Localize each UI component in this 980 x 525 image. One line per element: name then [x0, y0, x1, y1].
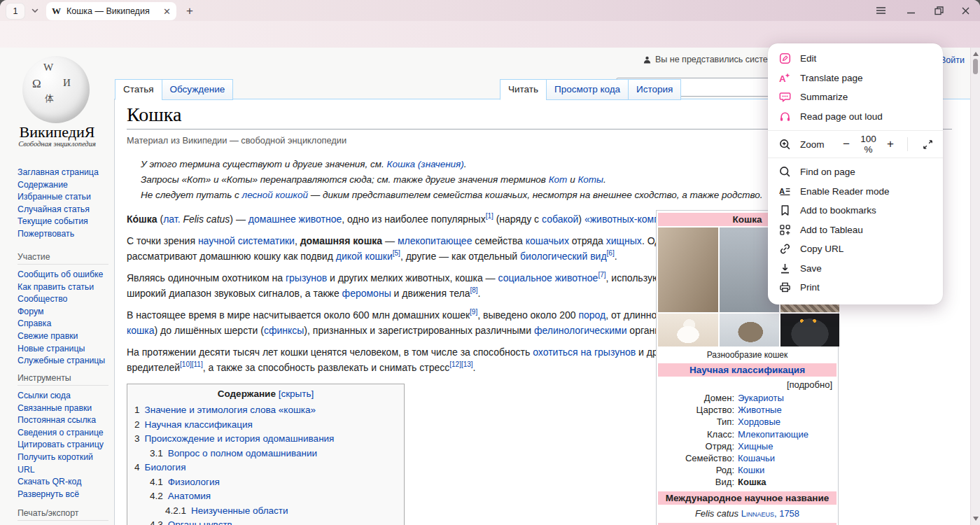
- tab-count-button[interactable]: 1: [6, 3, 25, 20]
- sidebar-link[interactable]: Ссылки сюда: [18, 390, 108, 402]
- taxon-link[interactable]: Кошачьи: [738, 452, 836, 464]
- restore-button[interactable]: [931, 5, 946, 16]
- taxon-link[interactable]: Хищные: [738, 440, 836, 452]
- tab-close-icon[interactable]: ✕: [163, 7, 171, 16]
- sidebar-link[interactable]: Пожертвовать: [18, 228, 108, 241]
- sidebar-link[interactable]: Скачать QR-код: [18, 476, 108, 489]
- page-scrollbar[interactable]: [970, 48, 980, 525]
- scrollbar-thumb[interactable]: [973, 59, 978, 74]
- menu-item-translate-page[interactable]: A Translate page: [768, 69, 943, 88]
- toc-item[interactable]: 2Научная классификация: [134, 418, 397, 433]
- taxon-link[interactable]: Животные: [738, 404, 836, 416]
- login-link[interactable]: Войти: [940, 55, 965, 65]
- menu-item-edit[interactable]: Edit: [768, 49, 943, 69]
- taxon-link[interactable]: Кошки: [738, 464, 836, 476]
- restore-icon: [934, 6, 944, 15]
- sidebar-link[interactable]: Текущие события: [18, 216, 108, 228]
- zoom-out-button[interactable]: −: [843, 137, 850, 151]
- menu-item-find-on-page[interactable]: Find on page: [768, 162, 943, 182]
- scroll-down-arrow[interactable]: [973, 517, 979, 521]
- tab-read[interactable]: Читать: [500, 79, 546, 100]
- tableau-icon: [779, 224, 791, 236]
- menu-item-save[interactable]: Save: [768, 259, 943, 279]
- sidebar-link[interactable]: Цитировать страницу: [18, 439, 108, 451]
- new-tab-button[interactable]: +: [181, 2, 199, 20]
- synonyms-header[interactable]: Синонимы: [658, 523, 836, 525]
- tab-strip: 1 W Кошка — Википедия ✕ +: [0, 0, 980, 21]
- sidebar-link[interactable]: Сведения о странице: [18, 427, 108, 440]
- sidebar-link[interactable]: Получить короткий URL: [18, 451, 108, 476]
- sidebar-link[interactable]: Сообщество: [18, 293, 108, 306]
- toc-hide-link[interactable]: [скрыть]: [279, 388, 314, 399]
- taxon-link[interactable]: Эукариоты: [738, 392, 836, 404]
- toc-item[interactable]: 4.3Органы чувств: [134, 518, 397, 525]
- taxon-link[interactable]: Млекопитающие: [738, 428, 836, 440]
- menu-item-print[interactable]: Print: [768, 278, 943, 298]
- wikipedia-wordmark[interactable]: ВикипедиЯ: [0, 123, 114, 141]
- sidebar-link[interactable]: Содержание: [18, 179, 108, 192]
- toc-item[interactable]: 4.2Анатомия: [134, 489, 397, 504]
- scroll-up-arrow[interactable]: [973, 52, 979, 56]
- sidebar-link[interactable]: Справка: [18, 318, 108, 330]
- details-link[interactable]: [подробно]: [658, 377, 836, 391]
- zoom-controls: Zoom − 100 % +: [768, 130, 943, 158]
- sidebar-link[interactable]: Служебные страницы: [18, 355, 108, 368]
- print-icon: [779, 281, 791, 293]
- close-window-button[interactable]: [958, 5, 973, 16]
- zoom-in-button[interactable]: +: [886, 137, 894, 151]
- toc-item[interactable]: 3Происхождение и история одомашнивания: [134, 432, 397, 447]
- browser-window: 1 W Кошка — Википедия ✕ + Я: [0, 0, 980, 525]
- toc-item[interactable]: 4Биология: [134, 461, 397, 475]
- fullscreen-button[interactable]: [923, 139, 933, 150]
- sidebar-link[interactable]: Форум: [18, 306, 108, 318]
- toc-item[interactable]: 4.2.1Неизученные области: [134, 504, 397, 519]
- browser-tab[interactable]: W Кошка — Википедия ✕: [46, 2, 176, 20]
- minimize-button[interactable]: [903, 5, 918, 16]
- zoom-label: Zoom: [800, 139, 825, 150]
- menu-item-add-bookmark[interactable]: Add to bookmarks: [768, 201, 943, 220]
- sidebar-link[interactable]: Связанные правки: [18, 402, 108, 415]
- tab-discussion[interactable]: Обсуждение: [162, 79, 234, 100]
- menu-item-reader-mode[interactable]: A Enable Reader mode: [768, 182, 943, 202]
- tab-list-chevron-button[interactable]: [27, 3, 43, 18]
- sidebar-section-print: Печать/экспорт: [18, 508, 108, 525]
- translate-icon: A: [779, 72, 791, 84]
- browser-menu-button[interactable]: [873, 5, 888, 16]
- tab-view-source[interactable]: Просмотр кода: [546, 79, 628, 100]
- sidebar-link[interactable]: Новые страницы: [18, 343, 108, 356]
- wikipedia-favicon: W: [52, 6, 61, 17]
- sidebar-link[interactable]: Заглавная страница: [18, 167, 108, 179]
- white-cat-photo: [658, 314, 718, 346]
- sidebar-link[interactable]: Сообщить об ошибке: [18, 269, 108, 281]
- menu-item-read-aloud[interactable]: Read page out loud: [768, 107, 943, 127]
- menu-item-summarize[interactable]: Summarize: [768, 88, 943, 107]
- hatnote: У этого термина существуют и другие знач…: [141, 157, 764, 172]
- sidebar-section-tools: Инструменты Ссылки сюдаСвязанные правкиП…: [18, 373, 108, 500]
- sidebar-link[interactable]: Постоянная ссылка: [18, 414, 108, 427]
- toc-item[interactable]: 1Значение и этимология слова «кошка»: [134, 403, 397, 418]
- sidebar-link[interactable]: Развернуть всё: [18, 489, 108, 501]
- toc-item[interactable]: 4.1Физиология: [134, 475, 397, 490]
- menu-item-copy-url[interactable]: Copy URL: [768, 239, 943, 259]
- sidebar-link[interactable]: Свежие правки: [18, 330, 108, 343]
- classification-header[interactable]: Научная классификация: [658, 363, 836, 377]
- hatnote: Не следует путать с лесной кошкой — дики…: [141, 188, 764, 203]
- sidebar-link[interactable]: Как править статьи: [18, 281, 108, 294]
- tabby-cat-photo: [720, 314, 779, 346]
- taxon-species: Кошка: [738, 476, 836, 488]
- menu-item-add-to-tableau[interactable]: Add to Tableau: [768, 220, 943, 240]
- namespace-tabs: Статья Обсуждение: [115, 79, 233, 99]
- sidebar-link[interactable]: Случайная статья: [18, 204, 108, 216]
- table-of-contents: Содержание [скрыть] 1Значение и этимолог…: [127, 384, 405, 525]
- tab-history[interactable]: История: [628, 79, 681, 100]
- personal-notice: Вы не представились системе: [643, 55, 778, 64]
- article-subtitle: Материал из Википедии — свободной энцикл…: [127, 135, 764, 146]
- tab-article[interactable]: Статья: [115, 79, 162, 100]
- personal-notice-text: Вы не представились системе: [655, 55, 778, 64]
- wikipedia-tagline: Свободная энциклопедия: [0, 140, 114, 148]
- wikipedia-globe-logo[interactable]: W Ω И 体: [22, 56, 90, 123]
- intl-name-header: Международное научное название: [658, 491, 836, 505]
- taxon-link[interactable]: Хордовые: [738, 416, 836, 428]
- toc-item[interactable]: 3.1Вопрос о полном одомашнивании: [134, 447, 397, 461]
- sidebar-link[interactable]: Избранные статьи: [18, 191, 108, 204]
